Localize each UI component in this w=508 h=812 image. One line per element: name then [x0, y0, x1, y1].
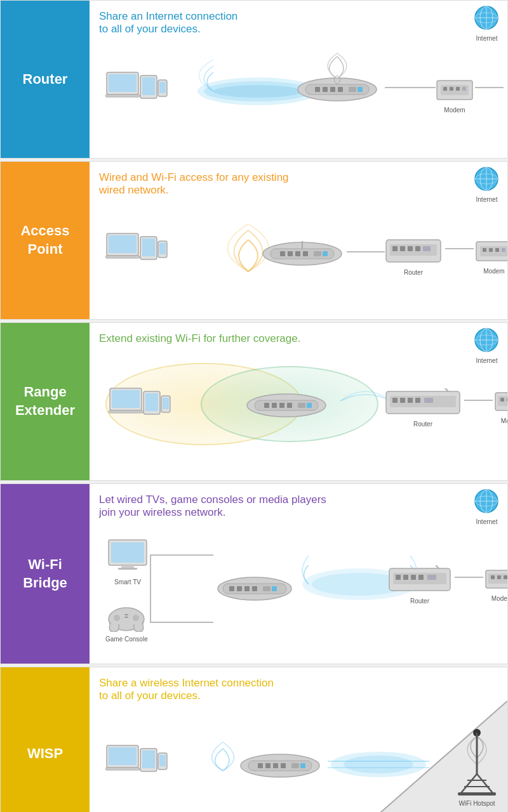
- internet-globe: Internet: [472, 4, 501, 42]
- client-devices: [105, 66, 169, 119]
- router-description: Share an Internet connection to all of y…: [99, 10, 501, 36]
- router-device: [296, 75, 378, 107]
- gamepad-icon: [107, 600, 145, 632]
- svg-rect-40: [159, 243, 166, 254]
- globe-icon: [472, 4, 501, 32]
- svg-rect-52: [392, 246, 398, 251]
- range-extender-description: Extend existing Wi-Fi for further covera…: [99, 332, 501, 345]
- ap-router-line: [347, 251, 385, 252]
- svg-rect-146: [300, 763, 305, 768]
- ap-modem-device: Modem: [475, 239, 508, 275]
- re-router-icon: [385, 388, 461, 417]
- svg-rect-111: [229, 586, 234, 591]
- svg-rect-43: [280, 251, 285, 256]
- re-modem-device: Modem: [494, 390, 508, 424]
- wifi-bridge-label: Wi-Fi Bridge: [1, 484, 90, 664]
- svg-rect-44: [288, 251, 293, 256]
- svg-rect-92: [500, 398, 504, 402]
- svg-point-106: [133, 615, 139, 621]
- range-extender-content: Extend existing Wi-Fi for further covera…: [90, 323, 507, 480]
- bridge-device: [217, 575, 293, 606]
- re-client-devices: [109, 382, 172, 435]
- svg-rect-112: [237, 586, 242, 591]
- svg-rect-9: [142, 77, 155, 95]
- svg-rect-27: [456, 87, 460, 91]
- hotspot-icon: [455, 726, 499, 796]
- svg-rect-129: [497, 575, 501, 579]
- globe-icon-2: [472, 165, 501, 193]
- wisp-diagram: WiFi Hotspot: [99, 707, 501, 812]
- wisp-section: WISP Share a wireless Internet connectio…: [0, 667, 508, 812]
- router-content: Share an Internet connection to all of y…: [90, 1, 507, 158]
- modem-internet-line: [475, 87, 504, 88]
- svg-rect-88: [415, 398, 420, 403]
- svg-rect-114: [252, 586, 257, 591]
- bridge-icon: [217, 575, 293, 603]
- bridge-modem-icon: [485, 567, 508, 591]
- access-point-content: Wired and Wi-Fi access for any existing …: [90, 162, 507, 319]
- internet-globe-2: Internet: [472, 165, 501, 203]
- wisp-signal-beam: [328, 733, 442, 790]
- wifi-bridge-section: Wi-Fi Bridge Let wired TVs, game console…: [0, 483, 508, 664]
- svg-point-148: [344, 756, 413, 773]
- svg-rect-85: [392, 398, 398, 403]
- router-modem-line: [385, 87, 436, 88]
- wisp-devices-icon: [105, 739, 169, 790]
- svg-rect-72: [145, 393, 158, 411]
- svg-rect-7: [105, 95, 140, 97]
- svg-rect-25: [443, 87, 447, 91]
- re-modem-icon: [494, 390, 508, 414]
- svg-rect-56: [423, 246, 431, 251]
- svg-rect-113: [244, 586, 250, 591]
- svg-rect-125: [427, 575, 436, 580]
- svg-rect-11: [159, 82, 166, 93]
- svg-rect-142: [265, 763, 271, 768]
- svg-rect-124: [418, 575, 424, 580]
- svg-rect-36: [105, 256, 140, 258]
- router-signal: [312, 50, 363, 82]
- svg-rect-81: [298, 403, 305, 408]
- svg-rect-133: [109, 747, 137, 765]
- svg-rect-17: [315, 87, 320, 92]
- svg-rect-35: [109, 235, 137, 253]
- svg-rect-144: [281, 763, 286, 768]
- svg-rect-28: [462, 87, 466, 91]
- svg-rect-84: [390, 396, 456, 407]
- svg-rect-53: [400, 246, 405, 251]
- wisp-router-icon: [239, 752, 321, 780]
- svg-rect-86: [400, 398, 405, 403]
- ap-device: [261, 240, 344, 271]
- access-point-diagram: Router Modem: [99, 202, 501, 310]
- svg-rect-60: [489, 248, 493, 252]
- re-devices-icon: [109, 382, 172, 433]
- console-bridge-line: [150, 622, 213, 623]
- svg-rect-145: [291, 763, 299, 768]
- ap-existing-router: Router: [385, 237, 442, 276]
- wifi-bridge-description: Let wired TVs, game consoles or media pl…: [99, 494, 501, 519]
- svg-rect-157: [458, 792, 496, 796]
- svg-rect-136: [142, 750, 155, 768]
- svg-rect-103: [118, 568, 137, 570]
- tv-console-vertical-line: [150, 554, 151, 622]
- svg-rect-70: [109, 410, 143, 413]
- svg-rect-26: [450, 87, 453, 91]
- svg-rect-82: [307, 403, 312, 408]
- svg-rect-79: [279, 403, 284, 408]
- svg-rect-47: [314, 251, 321, 256]
- svg-rect-102: [121, 565, 134, 568]
- access-point-section: Access Point Wired and Wi-Fi access for …: [0, 161, 508, 320]
- tv-icon: [105, 537, 150, 575]
- svg-rect-45: [295, 251, 300, 256]
- tv-bridge-line: [150, 554, 213, 556]
- range-extender-section: Range Extender Extend existing Wi-Fi for…: [0, 322, 508, 481]
- svg-rect-38: [142, 239, 155, 256]
- svg-rect-55: [415, 246, 420, 251]
- svg-line-153: [461, 774, 477, 793]
- range-extender-label: Range Extender: [1, 323, 90, 480]
- re-icon: [245, 391, 328, 420]
- svg-rect-130: [504, 575, 507, 579]
- svg-rect-61: [495, 248, 499, 252]
- ap-icon: [261, 240, 344, 268]
- svg-rect-89: [424, 398, 433, 403]
- svg-rect-18: [323, 87, 328, 92]
